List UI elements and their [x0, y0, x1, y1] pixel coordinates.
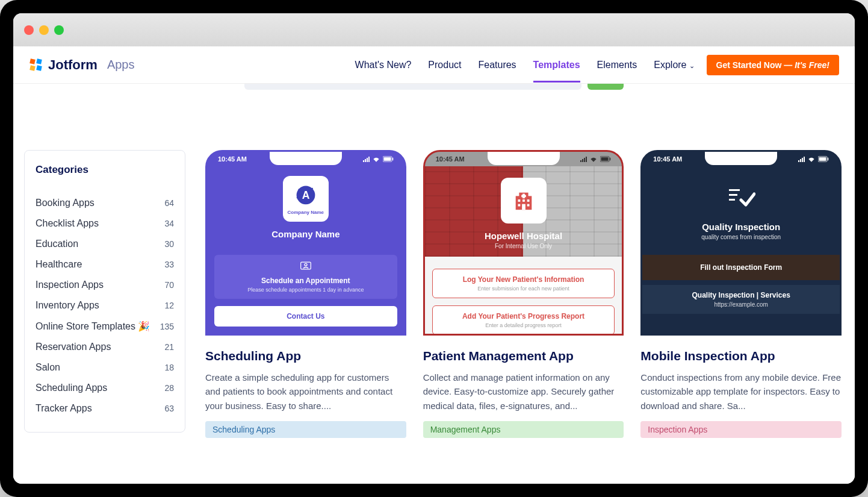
svg-rect-3 — [36, 65, 42, 70]
preview-button-contact: Contact Us — [214, 306, 397, 327]
wifi-icon — [589, 156, 598, 162]
category-inventory[interactable]: Inventory Apps12 — [36, 295, 174, 316]
logo-text: Jotform — [48, 57, 98, 73]
svg-point-9 — [298, 189, 300, 190]
category-online-store[interactable]: Online Store Templates 🎉135 — [36, 316, 174, 337]
search-submit-button[interactable] — [587, 84, 624, 90]
card-tag[interactable]: Inspection Apps — [640, 421, 842, 438]
nav-product[interactable]: Product — [428, 56, 461, 74]
person-badge-icon — [300, 261, 312, 270]
phone-statusbar: 10:45 AM — [207, 152, 405, 166]
svg-rect-29 — [828, 158, 829, 161]
template-card-patient[interactable]: 10:45 AM — [423, 150, 624, 484]
search-bar-remnant — [13, 84, 855, 111]
category-healthcare[interactable]: Healthcare33 — [36, 254, 174, 275]
phone-preview: 10:45 AM — [423, 150, 624, 336]
checklist-check-icon — [727, 187, 755, 210]
search-input[interactable] — [244, 84, 581, 90]
preview-app-name: Hopewell Hospital — [485, 231, 562, 241]
template-card-scheduling[interactable]: 10:45 AM — [205, 150, 406, 484]
battery-icon — [600, 156, 611, 162]
status-icons — [580, 156, 611, 162]
status-icons — [798, 156, 829, 162]
svg-rect-0 — [29, 58, 35, 64]
nav-whats-new[interactable]: What's New? — [355, 56, 412, 74]
category-salon[interactable]: Salon18 — [36, 357, 174, 378]
svg-point-10 — [312, 187, 313, 189]
preview-button-services: Quality Inspection | Services https://ex… — [642, 285, 840, 314]
svg-rect-2 — [29, 65, 35, 70]
main-content: Categories Booking Apps64 Checklist Apps… — [13, 111, 855, 484]
category-checklist[interactable]: Checklist Apps34 — [36, 213, 174, 234]
preview-app-subtitle: quality comes from inspection — [649, 234, 832, 240]
card-tag[interactable]: Management Apps — [423, 421, 624, 438]
preview-app-name: Quality Inspection — [649, 222, 832, 232]
svg-point-13 — [305, 263, 307, 266]
window-minimize-button[interactable] — [39, 25, 49, 35]
svg-rect-1 — [36, 58, 42, 64]
category-tracker[interactable]: Tracker Apps63 — [36, 398, 174, 419]
svg-rect-30 — [729, 189, 740, 191]
phone-notch — [270, 152, 342, 165]
svg-rect-26 — [522, 204, 525, 210]
svg-rect-32 — [729, 199, 735, 201]
template-card-inspection[interactable]: 10:45 AM — [640, 150, 842, 484]
phone-body: Hopewell Hospital For Internal Use Only … — [425, 166, 622, 334]
card-tag[interactable]: Scheduling Apps — [205, 421, 406, 438]
svg-rect-22 — [522, 199, 525, 202]
signal-icon — [363, 157, 370, 162]
status-time: 10:45 AM — [436, 155, 465, 163]
categories-sidebar: Categories Booking Apps64 Checklist Apps… — [24, 150, 185, 433]
window-chrome — [13, 13, 855, 46]
app-icon — [501, 178, 547, 223]
status-time: 10:45 AM — [218, 155, 247, 163]
phone-statusbar: 10:45 AM — [642, 152, 840, 166]
hospital-icon — [512, 189, 535, 212]
signal-icon — [798, 157, 805, 162]
card-title: Mobile Inspection App — [640, 349, 842, 363]
status-time: 10:45 AM — [653, 155, 682, 163]
phone-body: Quality Inspection quality comes from in… — [642, 166, 840, 334]
svg-rect-23 — [527, 199, 529, 202]
top-navigation: Jotform Apps What's New? Product Feature… — [13, 46, 855, 84]
svg-rect-5 — [383, 157, 391, 161]
template-cards-grid: 10:45 AM — [205, 150, 842, 484]
device-frame: Jotform Apps What's New? Product Feature… — [0, 0, 868, 497]
window-close-button[interactable] — [24, 25, 34, 35]
card-description: Collect and manage patient information o… — [423, 370, 624, 413]
chevron-down-icon: ⌄ — [689, 62, 695, 69]
category-scheduling[interactable]: Scheduling Apps28 — [36, 378, 174, 398]
card-title: Patient Management App — [423, 349, 624, 363]
battery-icon — [818, 156, 829, 162]
preview-button-schedule: Schedule an Appointment Please schedule … — [214, 255, 397, 299]
category-education[interactable]: Education30 — [36, 234, 174, 254]
preview-button-log-patient: Log Your New Patient's Information Enter… — [432, 269, 615, 298]
logo[interactable]: Jotform Apps — [29, 57, 134, 73]
category-inspection[interactable]: Inspection Apps70 — [36, 275, 174, 295]
svg-rect-6 — [392, 158, 393, 161]
svg-rect-16 — [610, 158, 611, 161]
category-booking[interactable]: Booking Apps64 — [36, 193, 174, 213]
nav-items: What's New? Product Features Templates E… — [355, 56, 695, 74]
phone-notch — [705, 152, 777, 165]
sidebar-title: Categories — [36, 164, 174, 176]
preview-app-subtitle: For Internal Use Only — [495, 243, 552, 249]
nav-features[interactable]: Features — [478, 56, 516, 74]
nav-elements[interactable]: Elements — [597, 56, 637, 74]
phone-preview: 10:45 AM — [640, 150, 842, 336]
category-reservation[interactable]: Reservation Apps21 — [36, 337, 174, 357]
svg-rect-31 — [729, 194, 737, 196]
preview-button-fill-form: Fill out Inspection Form — [642, 255, 840, 280]
window-maximize-button[interactable] — [54, 25, 64, 35]
logo-subtitle: Apps — [107, 58, 135, 72]
app-icon: A Company Name — [283, 176, 329, 222]
svg-rect-25 — [527, 204, 529, 206]
status-icons — [363, 156, 394, 162]
nav-explore[interactable]: Explore⌄ — [654, 56, 694, 74]
preview-button-progress: Add Your Patient's Progress Report Enter… — [432, 305, 615, 335]
svg-rect-15 — [601, 157, 609, 161]
get-started-button[interactable]: Get Started Now — It's Free! — [707, 55, 839, 75]
svg-rect-28 — [819, 157, 826, 161]
wifi-icon — [372, 156, 380, 162]
nav-templates[interactable]: Templates — [533, 56, 580, 74]
